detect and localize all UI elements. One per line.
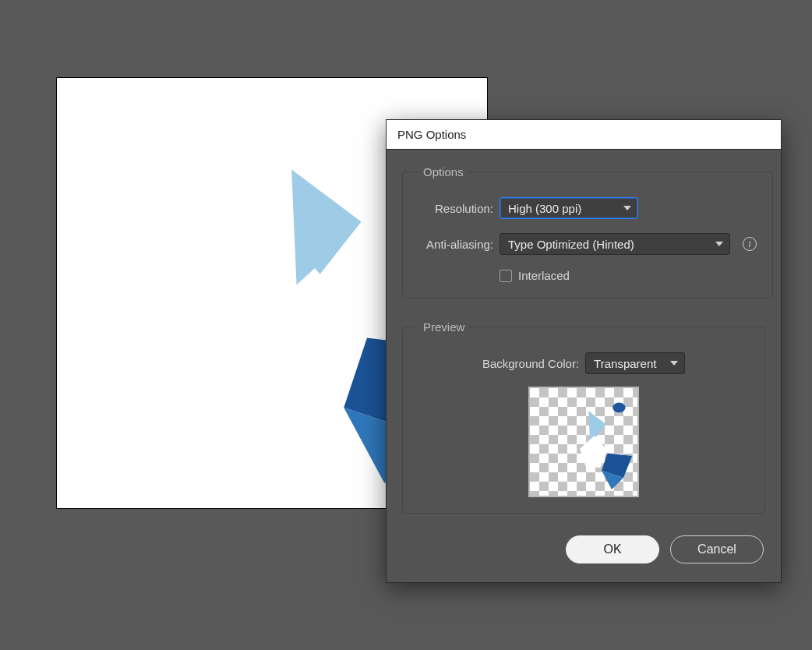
interlaced-label: Interlaced (518, 269, 570, 282)
preview-group: Preview Background Color: Transparent (402, 320, 765, 514)
bgcolor-select[interactable]: Transparent (585, 352, 685, 374)
interlaced-checkbox[interactable] (500, 270, 512, 282)
antialias-value: Type Optimized (Hinted) (508, 238, 634, 251)
ok-button[interactable]: OK (566, 535, 659, 563)
info-icon[interactable]: i (743, 237, 757, 251)
resolution-value: High (300 ppi) (508, 202, 581, 215)
antialias-select[interactable]: Type Optimized (Hinted) (500, 233, 730, 255)
resolution-select[interactable]: High (300 ppi) (500, 197, 638, 219)
png-options-dialog: PNG Options Options Resolution: High (30… (386, 119, 782, 583)
bgcolor-label: Background Color: (482, 357, 579, 370)
antialias-label: Anti-aliasing: (418, 238, 493, 251)
options-group: Options Resolution: High (300 ppi) Anti-… (402, 165, 773, 299)
dialog-title: PNG Options (387, 120, 781, 150)
preview-thumbnail (528, 387, 639, 497)
options-legend: Options (418, 165, 468, 178)
chevron-down-icon (670, 361, 678, 366)
cancel-button[interactable]: Cancel (670, 535, 764, 563)
resolution-label: Resolution: (418, 202, 493, 215)
bgcolor-value: Transparent (594, 357, 656, 370)
preview-artwork (530, 388, 637, 496)
preview-legend: Preview (418, 320, 469, 334)
chevron-down-icon (715, 242, 723, 246)
chevron-down-icon (623, 206, 631, 210)
